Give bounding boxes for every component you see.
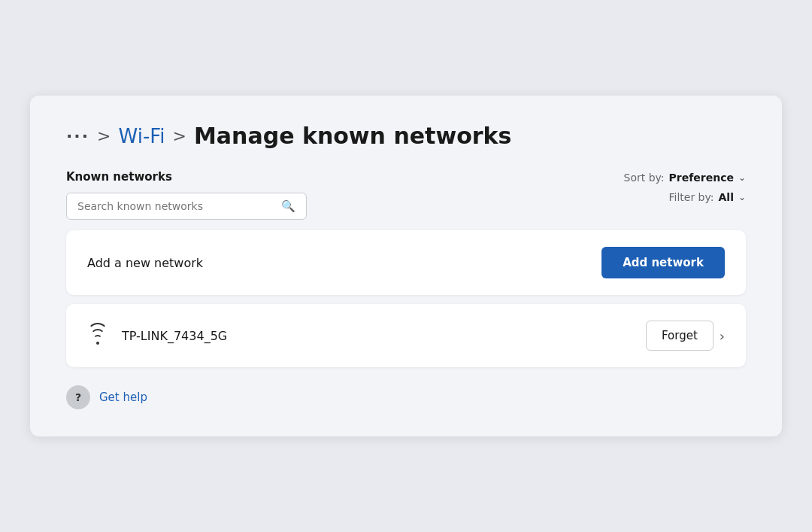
controls-row: Known networks 🔍 Sort by: Preference ⌄ F… xyxy=(66,170,746,220)
breadcrumb: ··· > Wi-Fi > Manage known networks xyxy=(66,123,746,149)
sort-value: Preference xyxy=(669,172,734,184)
sort-label: Sort by: xyxy=(624,172,665,184)
network-item-card: TP-LINK_7434_5G Forget › xyxy=(66,304,746,367)
filter-label: Filter by: xyxy=(669,191,714,203)
network-chevron-right-icon[interactable]: › xyxy=(720,328,725,344)
left-controls: Known networks 🔍 xyxy=(66,170,307,220)
wifi-dot xyxy=(96,342,99,345)
search-box[interactable]: 🔍 xyxy=(66,193,307,220)
breadcrumb-dots: ··· xyxy=(66,126,89,145)
filter-chevron-down-icon: ⌄ xyxy=(738,192,746,202)
breadcrumb-sep-2: > xyxy=(173,126,186,145)
forget-button[interactable]: Forget xyxy=(646,321,714,351)
network-item: TP-LINK_7434_5G xyxy=(87,327,227,344)
sort-dropdown[interactable]: Sort by: Preference ⌄ xyxy=(624,172,747,184)
page-title: Manage known networks xyxy=(194,123,511,149)
add-network-card: Add a new network Add network xyxy=(66,230,746,295)
network-actions: Forget › xyxy=(646,321,725,351)
help-icon xyxy=(66,385,90,409)
add-network-text: Add a new network xyxy=(87,256,203,270)
filter-dropdown[interactable]: Filter by: All ⌄ xyxy=(669,191,747,203)
sort-chevron-down-icon: ⌄ xyxy=(738,172,746,183)
breadcrumb-wifi-link[interactable]: Wi-Fi xyxy=(119,125,165,147)
right-controls: Sort by: Preference ⌄ Filter by: All ⌄ xyxy=(624,170,747,203)
network-name: TP-LINK_7434_5G xyxy=(122,329,227,343)
get-help-link[interactable]: Get help xyxy=(99,391,147,404)
breadcrumb-sep-1: > xyxy=(97,126,111,145)
filter-value: All xyxy=(719,191,734,203)
help-row: Get help xyxy=(66,385,746,409)
search-input[interactable] xyxy=(77,200,275,212)
known-networks-label: Known networks xyxy=(66,170,307,184)
settings-window: ··· > Wi-Fi > Manage known networks Know… xyxy=(30,96,782,436)
add-network-button[interactable]: Add network xyxy=(601,247,725,278)
wifi-icon xyxy=(87,327,108,344)
search-icon: 🔍 xyxy=(281,199,295,213)
